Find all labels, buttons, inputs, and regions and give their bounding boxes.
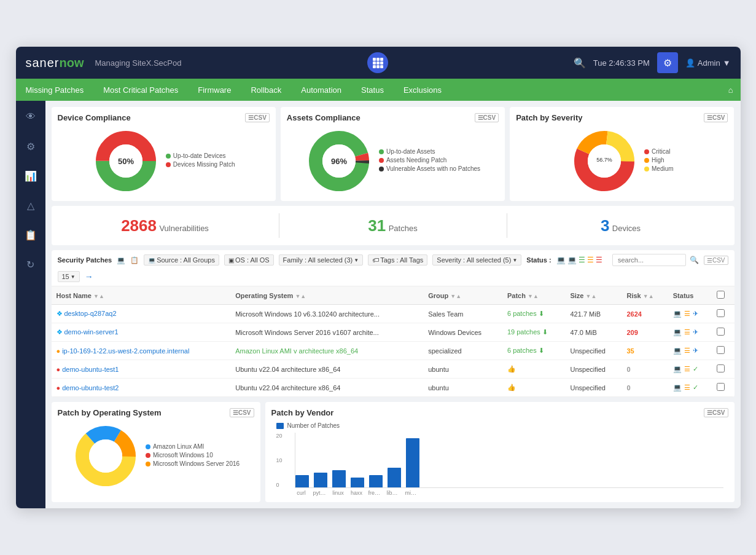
cell-checkbox[interactable] (712, 379, 734, 397)
risk-value[interactable]: 2624 (626, 310, 641, 318)
hostname-link[interactable]: demo-ubuntu-test1 (62, 366, 119, 373)
patch-by-vendor-card: Patch by Vendor ☰CSV Number of Patches 2… (265, 402, 735, 502)
sidebar-logout-icon[interactable]: ↻ (22, 256, 39, 273)
status-icon-2[interactable]: 💻 (567, 256, 577, 264)
svg-rect-7 (376, 65, 380, 68)
col-group: Group ▼▲ (423, 286, 502, 305)
status-icons-bar: 💻 💻 ☰ ☰ ☰ (556, 256, 602, 264)
table-csv-btn[interactable]: ☰CSV (704, 256, 728, 265)
sidebar-chart-icon[interactable]: 📊 (22, 167, 39, 184)
family-filter[interactable]: Family : All selected (3) ▼ (279, 254, 364, 266)
cell-patch: 👍 (502, 360, 566, 379)
source-filter[interactable]: 💻 Source : All Groups (144, 254, 219, 266)
cell-checkbox[interactable] (712, 360, 734, 379)
nav-exclusions[interactable]: Exclusions (394, 79, 451, 101)
search-icon[interactable]: 🔍 (574, 57, 586, 69)
patch-link[interactable]: 6 patches ⬇ (507, 347, 544, 354)
row-checkbox[interactable] (717, 309, 725, 317)
nav-missing-patches[interactable]: Missing Patches (16, 79, 94, 101)
hostname-link[interactable]: ip-10-169-1-22.us-west-2.compute.interna… (62, 347, 189, 355)
os-icon: ▣ (228, 257, 234, 264)
hostname-link[interactable]: demo-win-server1 (64, 328, 119, 336)
device-compliance-csv[interactable]: ☰CSV (245, 113, 270, 122)
status-check-green[interactable]: ✓ (693, 365, 698, 373)
hostname-link[interactable]: demo-ubuntu-test2 (62, 384, 119, 392)
status-list-orange[interactable]: ☰ (684, 328, 690, 336)
status-icon-3[interactable]: ☰ (579, 256, 585, 264)
row-checkbox[interactable] (717, 328, 725, 336)
search-bar: 🔍 (612, 254, 699, 266)
status-action-blue[interactable]: ✈ (693, 310, 698, 318)
nav-home[interactable]: ⌂ (721, 79, 741, 101)
cell-checkbox[interactable] (712, 323, 734, 342)
status-monitor-red[interactable]: 💻 (673, 384, 682, 392)
status-list-orange[interactable]: ☰ (684, 310, 690, 318)
nav-automation[interactable]: Automation (291, 79, 351, 101)
status-monitor-red[interactable]: 💻 (673, 328, 682, 336)
patch-severity-csv[interactable]: ☰CSV (704, 113, 728, 122)
risk-value[interactable]: 0 (626, 384, 630, 392)
status-list-orange[interactable]: ☰ (684, 384, 690, 392)
settings-icon[interactable]: ⚙ (657, 52, 678, 73)
admin-menu[interactable]: 👤 Admin ▼ (685, 58, 731, 68)
per-page-select[interactable]: 15 ▼ (58, 271, 80, 282)
search-button[interactable]: 🔍 (690, 256, 699, 264)
nav-firmware[interactable]: Firmware (188, 79, 241, 101)
status-icons: 💻 ☰✓ (673, 384, 707, 392)
row-checkbox[interactable] (717, 364, 725, 372)
cell-checkbox[interactable] (712, 305, 734, 323)
sidebar: 👁 ⚙ 📊 △ 📋 ↻ (16, 101, 45, 508)
status-list-orange[interactable]: ☰ (684, 347, 690, 355)
nav-most-critical-patches[interactable]: Most Critical Patches (93, 79, 188, 101)
status-action-blue[interactable]: ✈ (693, 347, 698, 355)
patch-vendor-csv[interactable]: ☰CSV (704, 408, 728, 417)
search-input[interactable] (612, 254, 686, 266)
status-action-blue[interactable]: ✈ (693, 328, 698, 336)
status-icon-4[interactable]: ☰ (587, 256, 594, 264)
sidebar-alert-icon[interactable]: △ (22, 197, 39, 214)
os-filter[interactable]: ▣ OS : All OS (224, 254, 274, 266)
status-list-orange[interactable]: ☰ (684, 365, 690, 373)
tags-filter[interactable]: 🏷 Tags : All Tags (368, 254, 427, 266)
status-check-green[interactable]: ✓ (693, 384, 698, 392)
row-checkbox[interactable] (717, 346, 725, 354)
svg-point-26 (89, 439, 122, 473)
status-monitor-red[interactable]: 💻 (673, 310, 682, 318)
grid-icon[interactable] (367, 52, 388, 73)
hostname-link[interactable]: desktop-q287aq2 (64, 310, 117, 317)
col-size: Size ▼▲ (565, 286, 622, 305)
patch-os-csv[interactable]: ☰CSV (230, 408, 254, 417)
bar-segment (388, 468, 401, 487)
risk-value[interactable]: 35 (626, 347, 634, 355)
nav-status[interactable]: Status (351, 79, 394, 101)
nav-rollback[interactable]: Rollback (241, 79, 291, 101)
cell-checkbox[interactable] (712, 342, 734, 360)
select-all-checkbox[interactable] (717, 291, 725, 299)
table-row: ❖demo-win-server1 Microsoft Windows Serv… (52, 323, 735, 342)
svg-text:50%: 50% (118, 157, 134, 166)
sidebar-settings-icon[interactable]: ⚙ (22, 138, 39, 155)
patch-link[interactable]: 19 patches ⬇ (507, 328, 548, 336)
patch-link[interactable]: 6 patches ⬇ (507, 310, 544, 317)
assets-compliance-card: Assets Compliance ☰CSV 96% Up-to-date A (281, 107, 505, 201)
patch-by-os-card: Patch by Operating System ☰CSV Amazon Li… (52, 402, 260, 502)
status-monitor-red[interactable]: 💻 (673, 365, 682, 373)
stat-devices: 3 Devices (507, 216, 735, 235)
cell-group: ubuntu (423, 360, 502, 379)
risk-value[interactable]: 0 (626, 366, 630, 373)
status-icon-1[interactable]: 💻 (556, 256, 566, 264)
export-icon[interactable]: → (85, 272, 93, 281)
bar-label: microsoft (405, 490, 419, 496)
row-checkbox[interactable] (717, 383, 725, 391)
risk-value[interactable]: 209 (626, 329, 637, 336)
status-icon-5[interactable]: ☰ (596, 256, 602, 264)
assets-compliance-csv[interactable]: ☰CSV (475, 113, 499, 122)
sidebar-clipboard-icon[interactable]: 📋 (22, 226, 39, 243)
table-scroll[interactable]: Host Name ▼▲ Operating System ▼▲ Group ▼… (52, 286, 735, 397)
sidebar-eye-icon[interactable]: 👁 (22, 108, 39, 125)
vulnerabilities-count: 2868 (121, 216, 157, 235)
severity-filter[interactable]: Severity : All selected (5) ▼ (432, 254, 521, 266)
col-checkbox-header[interactable] (712, 286, 734, 305)
cell-status: 💻 ☰✓ (668, 379, 712, 397)
status-monitor-red[interactable]: 💻 (673, 347, 682, 355)
